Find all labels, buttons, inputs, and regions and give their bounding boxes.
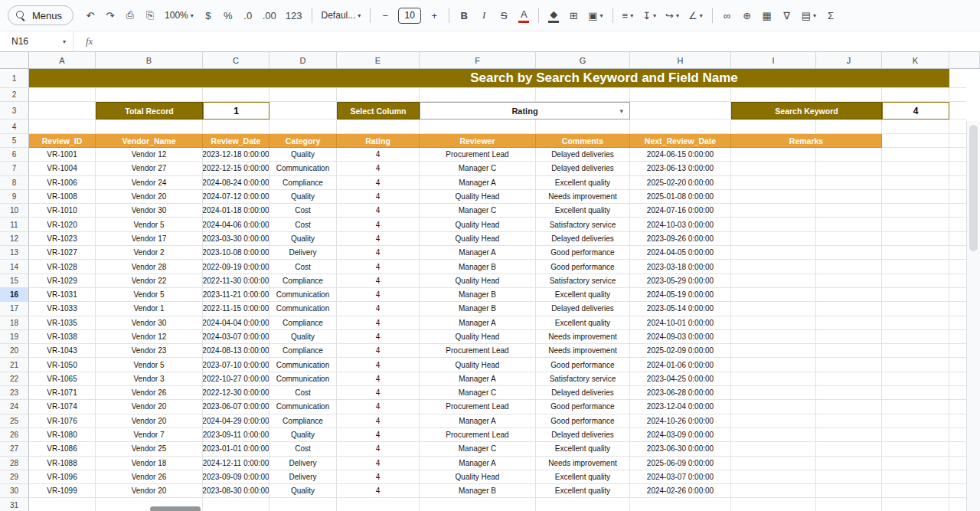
cell-H25[interactable]: 2024-10-26 0:00:00	[630, 414, 731, 428]
cell-K13[interactable]	[882, 246, 949, 260]
cell-F11[interactable]: Quality Head	[420, 218, 536, 231]
cell-H27[interactable]: 2023-06-30 0:00:00	[630, 442, 731, 456]
column-header-E[interactable]: E	[337, 52, 420, 68]
cell-filler[interactable]	[949, 302, 966, 316]
cell-I11[interactable]	[731, 218, 816, 231]
cell-B12[interactable]: Vendor 17	[96, 232, 203, 246]
cell-A3[interactable]	[29, 102, 96, 120]
cell-I17[interactable]	[731, 302, 816, 316]
cell-A31[interactable]	[29, 498, 96, 511]
cell-A24[interactable]: VR-1074	[29, 400, 96, 414]
total-record-value[interactable]: 1	[203, 102, 270, 120]
cell-K7[interactable]	[882, 162, 949, 175]
cell-I31[interactable]	[731, 498, 816, 511]
cell-H31[interactable]	[630, 498, 731, 511]
text-wrap-button[interactable]: ↪▾	[662, 5, 683, 25]
cell-E7[interactable]: 4	[337, 162, 420, 175]
row-header-9[interactable]: 9	[0, 190, 29, 204]
cell-J25[interactable]	[816, 414, 882, 428]
cell-filler[interactable]	[949, 176, 966, 190]
row-header-6[interactable]: 6	[0, 148, 29, 162]
cell-F7[interactable]: Manager C	[420, 162, 536, 175]
cell-C12[interactable]: 2023-03-30 0:00:00	[203, 232, 270, 246]
cell-K16[interactable]	[882, 288, 949, 302]
cell-I9[interactable]	[731, 190, 816, 204]
cell-F29[interactable]: Quality Head	[420, 470, 536, 484]
cell-H9[interactable]: 2025-01-08 0:00:00	[630, 190, 731, 204]
cell-D15[interactable]: Compliance	[270, 274, 337, 288]
cell-E4[interactable]	[337, 120, 420, 134]
select-column-label[interactable]: Select Column	[337, 102, 420, 120]
cell-A7[interactable]: VR-1004	[29, 162, 96, 175]
cell-F19[interactable]: Quality Head	[420, 330, 536, 344]
cell-filler[interactable]	[949, 232, 966, 246]
cell-G25[interactable]: Good performance	[536, 414, 630, 428]
cell-A15[interactable]: VR-1029	[29, 274, 96, 288]
cell-K18[interactable]	[882, 316, 949, 330]
cell-D16[interactable]: Communication	[270, 288, 337, 302]
cell-G8[interactable]: Excellent quality	[536, 176, 630, 190]
cell-J29[interactable]	[816, 470, 882, 484]
cell-filler[interactable]	[949, 190, 966, 204]
cell-F10[interactable]: Manager C	[420, 204, 536, 218]
cell-A17[interactable]: VR-1033	[29, 302, 96, 316]
cell-C23[interactable]: 2022-12-30 0:00:00	[203, 386, 270, 400]
table-header-Rating[interactable]: Rating	[337, 134, 420, 148]
strikethrough-button[interactable]: S	[495, 5, 513, 25]
cell-filler[interactable]	[949, 316, 966, 330]
cell-G2[interactable]	[536, 88, 630, 102]
table-header-Vendor_Name[interactable]: Vendor_Name	[96, 134, 203, 148]
cell-C11[interactable]: 2024-04-06 0:00:00	[203, 218, 270, 231]
cell-C7[interactable]: 2022-12-15 0:00:00	[203, 162, 270, 175]
cell-J10[interactable]	[816, 204, 882, 218]
select-column-dropdown[interactable]: Rating▾	[420, 102, 630, 120]
cell-H8[interactable]: 2025-02-20 0:00:00	[630, 176, 731, 190]
bold-button[interactable]: B	[455, 5, 473, 25]
row-header-22[interactable]: 22	[0, 372, 29, 386]
font-size-input[interactable]: 10	[398, 8, 421, 24]
cell-D7[interactable]: Communication	[270, 162, 337, 175]
cell-K21[interactable]	[882, 358, 949, 372]
cell-E15[interactable]: 4	[337, 274, 420, 288]
insert-chart-button[interactable]: ▦	[758, 5, 776, 25]
cell-K19[interactable]	[882, 330, 949, 344]
cell-C8[interactable]: 2024-08-24 0:00:00	[203, 176, 270, 190]
cell-filler[interactable]	[949, 288, 966, 302]
cell-F17[interactable]: Manager B	[420, 302, 536, 316]
cell-D3[interactable]	[270, 102, 337, 120]
cell-G10[interactable]: Excellent quality	[536, 204, 630, 218]
cell-F6[interactable]: Procurement Lead	[420, 148, 536, 162]
cell-H13[interactable]: 2024-04-05 0:00:00	[630, 246, 731, 260]
cell-B7[interactable]: Vendor 27	[96, 162, 203, 175]
row-header-8[interactable]: 8	[0, 176, 29, 190]
cell-C13[interactable]: 2023-10-08 0:00:00	[203, 246, 270, 260]
cell-E24[interactable]: 4	[337, 400, 420, 414]
cell-B4[interactable]	[96, 120, 203, 134]
banner-title-cell[interactable]: Search by Search Keyword and Field Name	[29, 69, 949, 88]
cell-C30[interactable]: 2023-08-30 0:00:00	[203, 484, 270, 498]
cell-H4[interactable]	[630, 120, 731, 134]
cell-D13[interactable]: Delivery	[270, 246, 337, 260]
cell-filler[interactable]	[949, 498, 966, 511]
cell-K20[interactable]	[882, 344, 949, 358]
cell-H20[interactable]: 2025-02-09 0:00:00	[630, 344, 731, 358]
cell-K27[interactable]	[882, 442, 949, 456]
cell-G28[interactable]: Needs improvement	[536, 457, 630, 470]
cell-G11[interactable]: Satisfactory service	[536, 218, 630, 231]
cell-J19[interactable]	[816, 330, 882, 344]
cell-E23[interactable]: 4	[337, 386, 420, 400]
cell-filler[interactable]	[949, 260, 966, 274]
cell-B28[interactable]: Vendor 18	[96, 457, 203, 470]
cell-C15[interactable]: 2022-11-30 0:00:00	[203, 274, 270, 288]
select-all-corner[interactable]	[0, 52, 29, 68]
cell-I21[interactable]	[731, 358, 816, 372]
row-header-19[interactable]: 19	[0, 330, 29, 344]
cell-F15[interactable]: Quality Head	[420, 274, 536, 288]
cell-E11[interactable]: 4	[337, 218, 420, 231]
cell-A2[interactable]	[29, 88, 96, 102]
cell-filler[interactable]	[949, 102, 966, 120]
cell-D9[interactable]: Quality	[270, 190, 337, 204]
cell-I15[interactable]	[731, 274, 816, 288]
cell-G24[interactable]: Good performance	[536, 400, 630, 414]
cell-B30[interactable]: Vendor 20	[96, 484, 203, 498]
